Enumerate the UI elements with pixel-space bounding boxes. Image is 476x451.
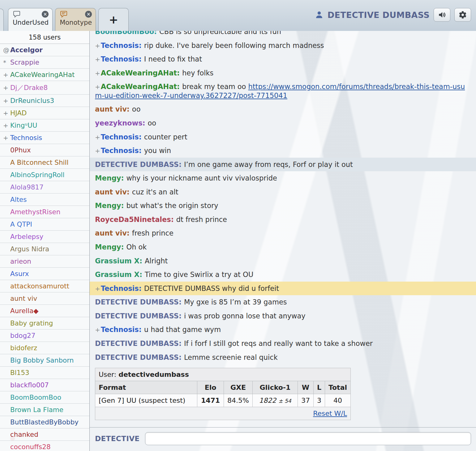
user-list-item[interactable]: A Bitconnect Shill [0, 156, 89, 169]
chat-username[interactable]: Technosis: [101, 147, 142, 155]
chat-message: aunt viv:fresh prince [90, 226, 476, 240]
chat-text: CBB is so unpredictable and its fun [159, 31, 281, 36]
chat-username[interactable]: ACakeWearingAHat: [101, 83, 180, 91]
gear-icon[interactable] [454, 8, 471, 22]
user-name: A Bitconnect Shill [10, 159, 68, 166]
user-list-item[interactable]: + HJAD [0, 107, 89, 119]
chat-username[interactable]: Mengy: [95, 202, 124, 210]
chat-text: oo [148, 119, 157, 127]
chat-username[interactable]: Grassium X: [95, 257, 142, 265]
chat-username[interactable]: aunt viv: [95, 229, 130, 237]
user-list-item[interactable]: aunt viv [0, 292, 89, 305]
chat-username[interactable]: yeezyknows: [95, 119, 145, 127]
user-bar: DETECTIVE DUMBASS [315, 8, 471, 22]
chat-message: DETECTIVE DUMBASS:My gxe is 85 I’m at 39… [90, 295, 476, 309]
reset-wl-link[interactable]: Reset W/L [313, 410, 347, 417]
chat-username[interactable]: Mengy: [95, 174, 124, 182]
user-rank: + [3, 84, 10, 91]
sound-button[interactable] [434, 8, 450, 22]
plus-icon: + [109, 13, 118, 26]
user-list-item[interactable]: * Scrappie [0, 56, 89, 69]
chat-rank: + [95, 285, 100, 292]
cell-format: [Gen 7] UU (suspect test) [95, 394, 197, 407]
chat-message: +Technosis:u had that game wym [90, 323, 476, 337]
user-list-item[interactable]: bdog27 [0, 330, 89, 342]
chat-message: +Technosis:DETECTIVE DUMBASS why did u f… [90, 282, 476, 296]
user-list-item[interactable]: @ Accelgor [0, 44, 89, 56]
chat-username[interactable]: Grassium X: [95, 270, 142, 279]
showdown-app: × UnderUsed × Monotype + [0, 0, 476, 451]
user-list-item[interactable]: Alola9817 [0, 181, 89, 194]
user-list-item[interactable]: BoomBoomBoo [0, 391, 89, 404]
user-list-item[interactable]: + Technosis [0, 132, 89, 144]
user-list-item[interactable]: coconuffs28 [0, 441, 89, 451]
user-list-item[interactable]: arieon [0, 255, 89, 268]
user-list-item[interactable]: Arbelepsy [0, 231, 89, 243]
user-list-item[interactable]: blackflo007 [0, 379, 89, 391]
chat-username[interactable]: Technosis: [101, 133, 142, 141]
user-list-item[interactable]: 0Phux [0, 144, 89, 156]
chat-username[interactable]: Technosis: [101, 325, 142, 334]
chat-username[interactable]: DETECTIVE DUMBASS: [95, 353, 182, 361]
user-list-item[interactable]: + DrReuniclus3 [0, 95, 89, 107]
user-name: ACakeWearingAHat [10, 71, 75, 79]
partial-tab[interactable] [0, 9, 4, 31]
chat-bubble-icon [13, 11, 21, 18]
cell-l: 3 [313, 394, 325, 407]
user-list-item[interactable]: bidoferz [0, 342, 89, 354]
new-tab-button[interactable]: + [98, 8, 129, 31]
chat-input[interactable] [145, 432, 471, 445]
chat-rank: + [95, 42, 100, 49]
user-list-item[interactable]: ButtBlastedByBobby [0, 416, 89, 428]
chat-username[interactable]: DETECTIVE DUMBASS: [95, 160, 182, 168]
chat-message: aunt viv:cuz it's an alt [90, 185, 476, 199]
chat-rank: + [95, 134, 100, 141]
chat-username[interactable]: BoomBoomBoo: [95, 31, 157, 36]
current-username[interactable]: DETECTIVE DUMBASS [328, 10, 430, 20]
user-list-item[interactable]: Bl153 [0, 367, 89, 379]
chat-input-row: DETECTIVE [90, 427, 476, 451]
user-name: Brown La Flame [10, 406, 63, 414]
user-list-item[interactable]: chanked [0, 428, 89, 441]
user-list-item[interactable]: + Dj／Drake8 [0, 81, 89, 95]
close-icon[interactable]: × [42, 11, 49, 18]
tab-underused[interactable]: × UnderUsed [8, 8, 53, 31]
user-list-item[interactable]: AmethystRisen [0, 206, 89, 218]
chat-message: RoyceDa5Ninetales:dt fresh prince [90, 213, 476, 227]
col-w: W [298, 381, 313, 394]
user-name: chanked [10, 431, 38, 438]
chat-username[interactable]: Technosis: [101, 284, 142, 292]
chat-message: DETECTIVE DUMBASS:Lemme screenie real qu… [90, 351, 476, 364]
chat-username[interactable]: DETECTIVE DUMBASS: [95, 312, 182, 320]
user-list-item[interactable]: + KingᵘUU [0, 119, 89, 132]
user-list-item[interactable]: Big Bobby Sanborn [0, 354, 89, 367]
user-list-item[interactable]: Aurella◆ [0, 305, 89, 317]
user-list-item[interactable]: Altes [0, 194, 89, 206]
chat-username[interactable]: RoyceDa5Ninetales: [95, 215, 174, 223]
user-list-item[interactable]: attackonsamurott [0, 280, 89, 292]
user-list-item[interactable]: Baby grating [0, 317, 89, 330]
chat-username[interactable]: Technosis: [101, 41, 142, 49]
chat-text: fresh prince [132, 229, 174, 237]
chat-username[interactable]: DETECTIVE DUMBASS: [95, 339, 182, 347]
tab-monotype[interactable]: × Monotype [55, 8, 96, 31]
close-icon[interactable]: × [85, 11, 92, 18]
user-list-item[interactable]: + ACakeWearingAHat [0, 69, 89, 81]
chat-username[interactable]: Mengy: [95, 243, 124, 251]
chat-message: +ACakeWearingAHat:break my team oo https… [90, 80, 476, 102]
user-list-item[interactable]: Asurx [0, 268, 89, 280]
chat-username[interactable]: aunt viv: [95, 188, 130, 196]
chat-username[interactable]: Technosis: [101, 55, 142, 63]
chat-username[interactable]: ACakeWearingAHat: [101, 69, 180, 77]
user-list-item[interactable]: Brown La Flame [0, 404, 89, 416]
user-list-item[interactable]: A QTPI [0, 218, 89, 231]
user-list-item[interactable]: AlbinoSpringRoll [0, 169, 89, 181]
chat-message: +Technosis:I need to fix that [90, 52, 476, 66]
chat-username[interactable]: aunt viv: [95, 105, 130, 113]
user-rank: + [3, 97, 10, 104]
chat-username[interactable]: DETECTIVE DUMBASS: [95, 298, 182, 306]
user-name: Aurella◆ [10, 307, 39, 315]
user-list-item[interactable]: Argus Nidra [0, 243, 89, 255]
chat-text: My gxe is 85 I’m at 39 games [184, 298, 287, 306]
chat-room: BoomBoomBoo:CBB is so unpredictable and … [90, 31, 476, 451]
